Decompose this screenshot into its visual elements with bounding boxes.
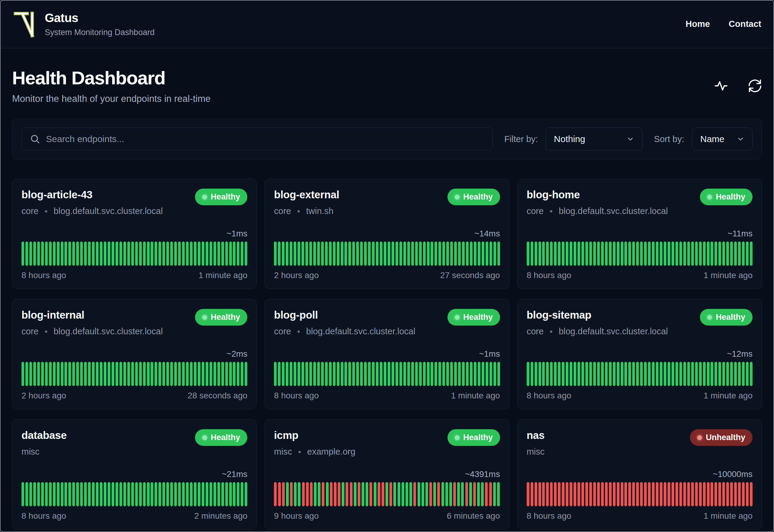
history-bar-up[interactable]	[624, 242, 627, 266]
history-bar-up[interactable]	[593, 362, 596, 386]
history-bar-up[interactable]	[154, 482, 157, 506]
history-bar-up[interactable]	[356, 242, 359, 266]
history-bar-up[interactable]	[76, 362, 79, 386]
history-bar-up[interactable]	[314, 482, 317, 506]
history-bar-up[interactable]	[139, 362, 142, 386]
history-bar-up[interactable]	[478, 242, 480, 266]
history-bar-up[interactable]	[245, 482, 247, 506]
refresh-icon[interactable]	[748, 79, 762, 93]
history-bar-up[interactable]	[96, 362, 99, 386]
history-bar-up[interactable]	[135, 482, 138, 506]
history-bar-up[interactable]	[25, 242, 28, 266]
history-bar-up[interactable]	[286, 362, 288, 386]
history-bar-up[interactable]	[112, 242, 114, 266]
history-bar-up[interactable]	[329, 242, 332, 266]
history-bar-up[interactable]	[186, 482, 189, 506]
history-bar-up[interactable]	[450, 362, 453, 386]
history-bar-down[interactable]	[593, 482, 596, 506]
history-bar-up[interactable]	[652, 362, 655, 386]
history-bar-up[interactable]	[585, 242, 588, 266]
history-bar-up[interactable]	[76, 482, 79, 506]
history-bar-up[interactable]	[217, 482, 220, 506]
history-bar-up[interactable]	[225, 242, 228, 266]
history-bar-up[interactable]	[675, 242, 678, 266]
history-bar-up[interactable]	[233, 362, 236, 386]
history-bar-down[interactable]	[718, 482, 721, 506]
history-bar-up[interactable]	[100, 482, 102, 506]
history-bar-up[interactable]	[131, 242, 134, 266]
history-bar-up[interactable]	[194, 362, 197, 386]
history-bar-up[interactable]	[84, 242, 87, 266]
history-bar-up[interactable]	[286, 482, 289, 506]
history-bar-up[interactable]	[286, 242, 288, 266]
history-bar-up[interactable]	[734, 362, 737, 386]
history-bar-up[interactable]	[158, 242, 161, 266]
history-bar-up[interactable]	[415, 242, 418, 266]
history-bar-up[interactable]	[147, 482, 150, 506]
history-bar-down[interactable]	[628, 482, 631, 506]
history-bar-up[interactable]	[217, 242, 220, 266]
history-bar-up[interactable]	[352, 242, 355, 266]
history-bar-up[interactable]	[166, 482, 169, 506]
history-bar-up[interactable]	[527, 242, 529, 266]
history-bar-up[interactable]	[454, 242, 457, 266]
history-bar-down[interactable]	[558, 482, 561, 506]
history-bar-up[interactable]	[313, 242, 316, 266]
history-bar-up[interactable]	[298, 242, 300, 266]
history-bar-up[interactable]	[360, 242, 363, 266]
history-bar-up[interactable]	[49, 362, 52, 386]
history-bar-up[interactable]	[675, 362, 678, 386]
history-bar-up[interactable]	[131, 482, 134, 506]
history-bar-up[interactable]	[703, 242, 706, 266]
history-bar-up[interactable]	[445, 482, 448, 506]
history-bar-up[interactable]	[466, 362, 469, 386]
history-bar-up[interactable]	[76, 242, 79, 266]
history-bar-down[interactable]	[546, 482, 549, 506]
history-bar-down[interactable]	[668, 482, 670, 506]
history-bar-down[interactable]	[707, 482, 710, 506]
history-bar-up[interactable]	[41, 362, 44, 386]
history-bar-down[interactable]	[617, 482, 620, 506]
history-bar-up[interactable]	[348, 362, 351, 386]
history-bar-up[interactable]	[139, 482, 142, 506]
history-bar-up[interactable]	[738, 242, 741, 266]
history-bar-up[interactable]	[88, 362, 91, 386]
history-bar-up[interactable]	[362, 482, 364, 506]
history-bar-up[interactable]	[687, 362, 690, 386]
history-bar-up[interactable]	[147, 242, 150, 266]
history-bar-up[interactable]	[127, 482, 130, 506]
history-bar-up[interactable]	[434, 362, 437, 386]
history-bar-up[interactable]	[64, 482, 67, 506]
history-bar-down[interactable]	[338, 482, 340, 506]
history-bar-up[interactable]	[104, 362, 106, 386]
history-bar-up[interactable]	[229, 362, 232, 386]
history-bar-up[interactable]	[174, 362, 177, 386]
history-bar-up[interactable]	[104, 482, 106, 506]
history-bar-up[interactable]	[538, 242, 541, 266]
history-bar-up[interactable]	[352, 362, 355, 386]
history-bar-up[interactable]	[497, 482, 500, 506]
history-bar-up[interactable]	[550, 362, 553, 386]
history-bar-up[interactable]	[64, 242, 67, 266]
history-bar-up[interactable]	[640, 362, 643, 386]
history-bar-up[interactable]	[115, 242, 118, 266]
history-bar-up[interactable]	[718, 362, 721, 386]
history-bar-up[interactable]	[337, 242, 340, 266]
history-bar-up[interactable]	[210, 482, 212, 506]
history-bar-up[interactable]	[478, 362, 480, 386]
history-bar-up[interactable]	[722, 242, 725, 266]
history-bar-down[interactable]	[562, 482, 564, 506]
history-bar-up[interactable]	[730, 242, 733, 266]
history-bar-up[interactable]	[158, 362, 161, 386]
history-bar-up[interactable]	[554, 242, 557, 266]
history-bar-up[interactable]	[407, 242, 410, 266]
history-bar-up[interactable]	[601, 362, 604, 386]
history-bar-up[interactable]	[186, 362, 189, 386]
history-bar-up[interactable]	[558, 242, 561, 266]
history-bar-up[interactable]	[621, 362, 623, 386]
history-bar-down[interactable]	[527, 482, 529, 506]
history-bar-up[interactable]	[37, 482, 40, 506]
history-bar-up[interactable]	[88, 242, 91, 266]
history-bar-up[interactable]	[570, 362, 572, 386]
history-bar-up[interactable]	[344, 362, 347, 386]
